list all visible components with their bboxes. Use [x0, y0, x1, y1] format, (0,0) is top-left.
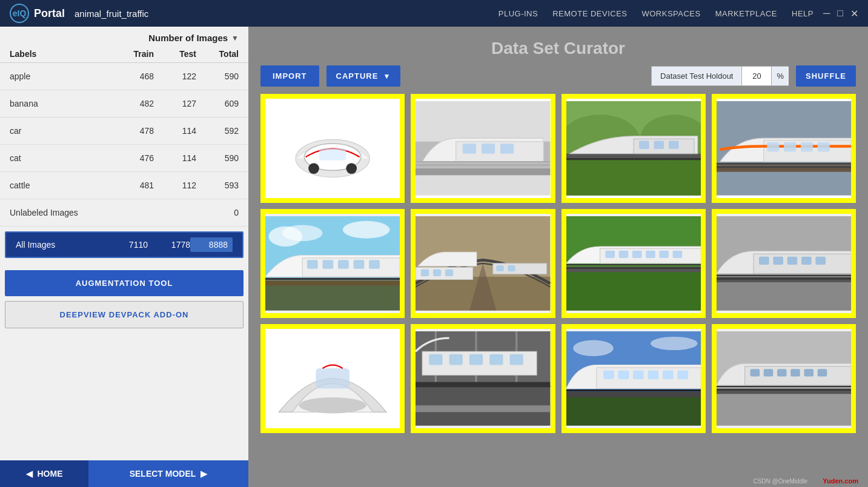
svg-rect-103	[618, 371, 629, 379]
svg-rect-95	[469, 354, 483, 365]
window-controls: ─ □ ✕	[823, 8, 858, 19]
image-cell[interactable]	[411, 209, 555, 318]
svg-rect-73	[773, 257, 783, 265]
left-arrow-icon: ◀	[26, 469, 33, 479]
deepview-button[interactable]: DEEPVIEW DEVPACK ADD-ON	[5, 301, 244, 328]
augmentation-button[interactable]: AUGMENTATION TOOL	[5, 270, 244, 296]
holdout-label: Dataset Test Holdout	[651, 66, 741, 86]
image-cell[interactable]	[562, 94, 706, 203]
holdout-control: Dataset Test Holdout %	[651, 66, 789, 86]
svg-point-80	[299, 397, 366, 414]
image-cell[interactable]	[562, 209, 706, 318]
close-button[interactable]: ✕	[850, 8, 858, 19]
label-test: 114	[154, 126, 196, 136]
all-images-total: 8888	[190, 237, 233, 252]
svg-point-4	[308, 163, 319, 174]
image-cell[interactable]	[411, 324, 555, 433]
label-test: 112	[154, 181, 196, 190]
svg-rect-64	[659, 251, 669, 258]
label-total: 609	[196, 99, 239, 108]
all-images-row[interactable]: All Images 7110 1778 8888	[5, 231, 244, 258]
home-button[interactable]: ◀ HOME	[0, 460, 88, 487]
svg-rect-75	[801, 257, 812, 265]
unlabeled-row: Unlabeled Images 0	[0, 199, 248, 227]
svg-rect-86	[416, 405, 550, 412]
right-arrow-icon: ▶	[200, 469, 207, 479]
svg-rect-12	[500, 144, 514, 154]
svg-rect-81	[316, 368, 350, 388]
label-train: 478	[111, 126, 154, 136]
col-test: Test	[154, 49, 196, 59]
image-cell[interactable]	[712, 209, 856, 318]
svg-rect-30	[801, 142, 813, 152]
svg-rect-22	[654, 141, 664, 149]
holdout-pct: %	[772, 66, 789, 86]
image-cell[interactable]	[260, 94, 405, 203]
svg-rect-96	[489, 354, 503, 365]
app-logo[interactable]: eIQ Portal	[10, 4, 65, 23]
svg-rect-41	[354, 260, 365, 268]
label-total: 593	[196, 181, 239, 190]
label-row[interactable]: banana 482 127 609	[0, 90, 248, 118]
svg-rect-72	[759, 257, 769, 265]
image-cell[interactable]	[712, 324, 856, 433]
nav-workspaces[interactable]: WORKSPACES	[641, 9, 700, 18]
label-test: 114	[154, 153, 196, 163]
nav-remote-devices[interactable]: REMOTE DEVICES	[552, 9, 627, 18]
svg-rect-21	[639, 141, 649, 149]
svg-rect-10	[463, 144, 476, 154]
svg-rect-52	[445, 270, 453, 276]
label-row[interactable]: cattle 481 112 593	[0, 172, 248, 199]
label-row[interactable]: cat 476 114 590	[0, 145, 248, 172]
all-images-test: 1778	[148, 240, 190, 250]
label-train: 482	[111, 99, 154, 108]
svg-rect-112	[717, 392, 851, 426]
nav-plugins[interactable]: PLUG-INS	[499, 9, 538, 18]
svg-rect-119	[804, 369, 813, 376]
label-total: 592	[196, 126, 239, 136]
holdout-input[interactable]	[741, 66, 772, 86]
svg-rect-87	[416, 382, 550, 388]
label-train: 476	[111, 153, 154, 163]
label-row[interactable]: car 478 114 592	[0, 118, 248, 145]
select-model-button[interactable]: SELECT MODEL ▶	[88, 460, 248, 487]
portal-label: Portal	[34, 7, 65, 20]
project-name[interactable]: animal_fruit_traffic	[75, 8, 148, 19]
svg-rect-23	[668, 141, 678, 149]
shuffle-button[interactable]: SHUFFLE	[796, 65, 856, 87]
home-label: HOME	[38, 469, 63, 479]
nav-help[interactable]: HELP	[792, 9, 813, 18]
capture-dropdown-arrow-icon: ▼	[383, 72, 391, 81]
import-button[interactable]: IMPORT	[260, 65, 319, 87]
svg-rect-74	[787, 257, 797, 265]
num-images-button[interactable]: Number of Images ▼	[148, 33, 239, 43]
toolbar: IMPORT CAPTURE ▼ Dataset Test Holdout % …	[248, 65, 868, 94]
image-cell[interactable]	[260, 324, 405, 433]
label-row[interactable]: apple 468 122 590	[0, 63, 248, 90]
svg-rect-11	[482, 144, 495, 154]
svg-rect-100	[566, 392, 701, 397]
label-name: apple	[10, 71, 111, 81]
svg-rect-106	[662, 371, 673, 379]
label-train: 468	[111, 71, 154, 81]
maximize-button[interactable]: □	[837, 8, 843, 19]
svg-rect-57	[566, 270, 701, 311]
capture-button[interactable]: CAPTURE ▼	[326, 65, 401, 87]
image-cell[interactable]	[411, 94, 555, 203]
image-cell[interactable]	[712, 94, 856, 203]
image-cell[interactable]	[260, 209, 405, 318]
minimize-button[interactable]: ─	[823, 8, 830, 19]
svg-rect-94	[449, 354, 463, 365]
label-total: 590	[196, 71, 239, 81]
nav-marketplace[interactable]: MARKETPLACE	[715, 9, 777, 18]
label-train: 481	[111, 181, 154, 190]
watermark-csdn: CSDN @OneMiddle	[753, 478, 807, 485]
image-cell[interactable]	[562, 324, 706, 433]
svg-rect-35	[265, 283, 400, 310]
svg-point-46	[343, 221, 390, 239]
label-test: 127	[154, 99, 196, 108]
svg-point-45	[282, 225, 323, 242]
all-images-train: 7110	[105, 240, 148, 250]
svg-point-5	[346, 163, 357, 174]
svg-rect-31	[817, 142, 829, 152]
